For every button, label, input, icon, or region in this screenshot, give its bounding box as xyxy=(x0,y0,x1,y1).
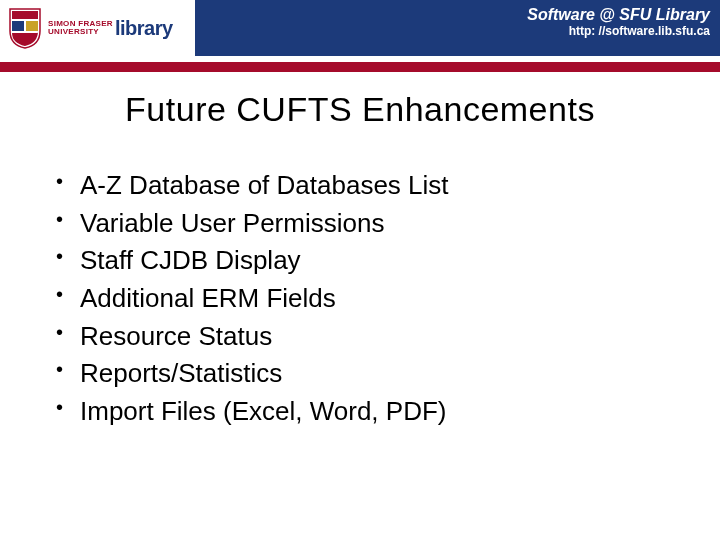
list-item: Import Files (Excel, Word, PDF) xyxy=(50,393,676,431)
list-item: Additional ERM Fields xyxy=(50,280,676,318)
header-url: http: //software.lib.sfu.ca xyxy=(527,24,710,38)
svg-rect-2 xyxy=(26,21,38,31)
list-item: Staff CJDB Display xyxy=(50,242,676,280)
list-item: Variable User Permissions xyxy=(50,205,676,243)
shield-icon xyxy=(8,7,42,49)
list-item: Resource Status xyxy=(50,318,676,356)
slide-content: Future CUFTS Enhancements A-Z Database o… xyxy=(0,72,720,431)
logo-block: SIMON FRASER UNIVERSITY library xyxy=(0,0,195,56)
software-title: Software @ SFU Library xyxy=(527,6,710,24)
list-item: Reports/Statistics xyxy=(50,355,676,393)
red-accent-bar xyxy=(0,62,720,72)
library-word: library xyxy=(115,17,173,40)
svg-rect-0 xyxy=(12,11,38,19)
org-line2: UNIVERSITY xyxy=(48,28,113,36)
bullet-list: A-Z Database of Databases List Variable … xyxy=(44,167,676,431)
slide-title: Future CUFTS Enhancements xyxy=(44,90,676,129)
svg-rect-1 xyxy=(12,21,24,31)
org-name: SIMON FRASER UNIVERSITY xyxy=(48,20,113,36)
slide-header: SIMON FRASER UNIVERSITY library Software… xyxy=(0,0,720,56)
header-right: Software @ SFU Library http: //software.… xyxy=(527,6,710,38)
list-item: A-Z Database of Databases List xyxy=(50,167,676,205)
